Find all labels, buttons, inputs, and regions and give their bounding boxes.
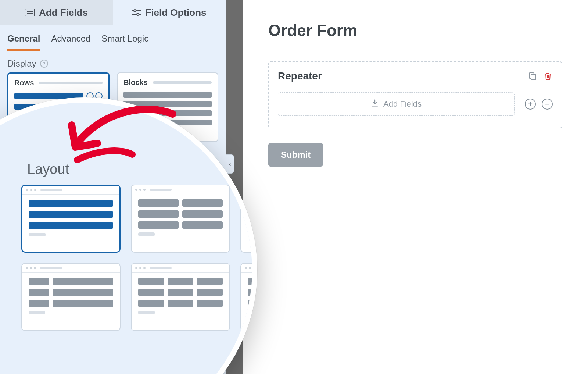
repeater-field[interactable]: Repeater Add Fields bbox=[268, 61, 562, 128]
header-bar bbox=[153, 81, 212, 84]
form-title: Order Form bbox=[268, 21, 562, 40]
header-bar bbox=[39, 82, 103, 84]
repeater-add-button[interactable]: + bbox=[525, 99, 536, 110]
display-rows-label: Rows bbox=[14, 79, 34, 87]
subtab-smart-logic[interactable]: Smart Logic bbox=[101, 33, 148, 51]
repeater-drop-area[interactable]: Add Fields bbox=[278, 92, 514, 116]
repeater-remove-button[interactable]: − bbox=[542, 99, 553, 110]
title-rule bbox=[268, 50, 562, 50]
subtab-advanced[interactable]: Advanced bbox=[51, 33, 90, 51]
app-stage: Add Fields Field Options General Advance… bbox=[0, 0, 588, 374]
repeater-drop-label: Add Fields bbox=[383, 99, 422, 109]
sidebar-collapse-handle[interactable]: ‹ bbox=[226, 154, 234, 174]
display-section-label: Display ? bbox=[0, 51, 226, 72]
secondary-tabs: General Advanced Smart Logic bbox=[0, 25, 226, 51]
duplicate-icon[interactable] bbox=[528, 71, 537, 81]
svg-point-6 bbox=[137, 13, 139, 15]
layout-option-1-2[interactable] bbox=[21, 263, 121, 331]
tab-field-options[interactable]: Field Options bbox=[113, 0, 226, 25]
layout-option-1col[interactable] bbox=[21, 185, 121, 253]
tab-field-options-label: Field Options bbox=[145, 7, 206, 18]
sliders-icon bbox=[132, 9, 141, 16]
layout-option-3col[interactable] bbox=[131, 263, 230, 331]
svg-point-4 bbox=[134, 10, 136, 12]
subtab-general[interactable]: General bbox=[7, 33, 40, 51]
form-list-icon bbox=[25, 9, 35, 16]
tab-add-fields-label: Add Fields bbox=[39, 7, 88, 18]
display-blocks-label: Blocks bbox=[123, 78, 148, 87]
submit-button[interactable]: Submit bbox=[268, 143, 323, 167]
layout-options bbox=[14, 185, 254, 331]
download-icon bbox=[371, 99, 379, 109]
svg-rect-0 bbox=[25, 9, 35, 16]
form-preview: Order Form Repeater bbox=[243, 0, 588, 374]
svg-rect-8 bbox=[531, 74, 536, 80]
tab-add-fields[interactable]: Add Fields bbox=[0, 0, 113, 25]
top-tabs: Add Fields Field Options bbox=[0, 0, 226, 25]
display-label-text: Display bbox=[7, 58, 36, 69]
help-icon[interactable]: ? bbox=[40, 60, 48, 68]
layout-option-2col[interactable] bbox=[131, 185, 230, 253]
trash-icon[interactable] bbox=[543, 71, 553, 81]
repeater-title: Repeater bbox=[278, 70, 322, 82]
